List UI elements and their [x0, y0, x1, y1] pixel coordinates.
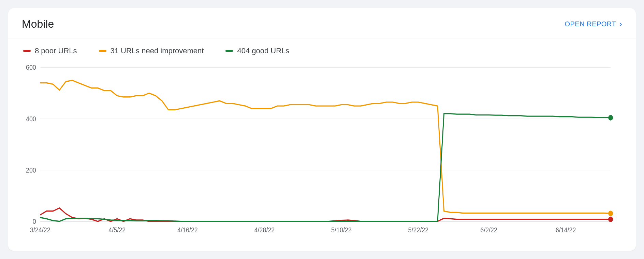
- card-header: Mobile OPEN REPORT ›: [8, 8, 636, 39]
- line-chart: 02004006003/24/224/5/224/16/224/28/225/1…: [23, 64, 621, 237]
- legend-item-improve[interactable]: 31 URLs need improvement: [99, 46, 204, 55]
- svg-text:4/5/22: 4/5/22: [108, 226, 126, 234]
- legend-label-poor: 8 poor URLs: [35, 46, 77, 55]
- svg-point-17: [608, 217, 613, 222]
- legend-swatch-good: [225, 50, 233, 52]
- mobile-urls-card: Mobile OPEN REPORT › 8 poor URLs 31 URLs…: [8, 8, 636, 251]
- card-title: Mobile: [22, 18, 54, 30]
- svg-text:200: 200: [26, 166, 36, 174]
- svg-text:400: 400: [26, 114, 36, 123]
- legend-label-improve: 31 URLs need improvement: [111, 46, 204, 55]
- svg-text:600: 600: [26, 64, 36, 71]
- svg-text:3/24/22: 3/24/22: [30, 226, 50, 234]
- chevron-right-icon: ›: [619, 20, 622, 29]
- open-report-link[interactable]: OPEN REPORT ›: [565, 20, 622, 29]
- legend-swatch-poor: [23, 50, 31, 52]
- svg-point-19: [608, 115, 613, 121]
- svg-point-18: [608, 210, 613, 216]
- svg-text:4/28/22: 4/28/22: [254, 226, 275, 234]
- svg-text:6/14/22: 6/14/22: [556, 226, 576, 234]
- legend-item-good[interactable]: 404 good URLs: [225, 46, 289, 55]
- svg-text:5/10/22: 5/10/22: [331, 226, 352, 234]
- svg-text:0: 0: [33, 217, 36, 225]
- svg-text:6/2/22: 6/2/22: [480, 226, 497, 234]
- legend-swatch-improve: [99, 50, 106, 52]
- svg-text:4/16/22: 4/16/22: [177, 226, 198, 234]
- legend-label-good: 404 good URLs: [237, 46, 289, 55]
- svg-text:5/22/22: 5/22/22: [408, 226, 429, 234]
- legend-item-poor[interactable]: 8 poor URLs: [23, 46, 77, 55]
- chart-area: 02004006003/24/224/5/224/16/224/28/225/1…: [8, 55, 636, 251]
- chart-legend: 8 poor URLs 31 URLs need improvement 404…: [8, 39, 636, 55]
- open-report-label: OPEN REPORT: [565, 20, 616, 28]
